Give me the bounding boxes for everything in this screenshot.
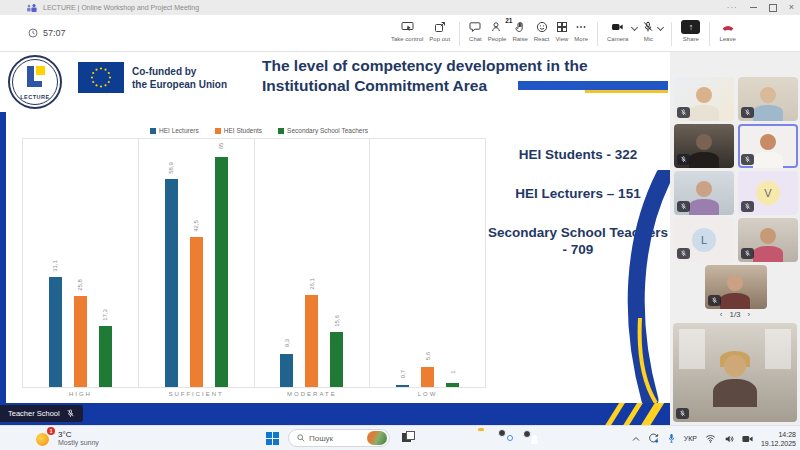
participant-video[interactable] — [674, 77, 734, 121]
bar-value-label: 5,6 — [425, 352, 431, 360]
share-button[interactable]: ↑ Share — [678, 19, 703, 42]
bar-hei-students: 5,6 — [421, 367, 434, 387]
maximize-button[interactable] — [769, 4, 777, 12]
search-highlight-image — [367, 431, 387, 445]
hidden-icons-chevron-icon[interactable] — [632, 436, 640, 442]
weather-condition: Mostly sunny — [58, 439, 99, 446]
avatar-initial: L — [692, 228, 716, 252]
presenter-mic-muted-icon — [66, 409, 75, 418]
clock-icon — [28, 28, 38, 38]
participant-video[interactable] — [674, 171, 734, 215]
start-button[interactable] — [266, 432, 279, 445]
bar-value-label: 42,5 — [193, 220, 199, 232]
shared-screen: LECTURE Co-funded by the European Union … — [0, 52, 670, 425]
bar-value-label: 17,3 — [102, 309, 108, 321]
taskbar-search[interactable]: Пошук — [288, 429, 390, 447]
bar-hei-students: 42,5 — [190, 237, 203, 387]
bar-chart: 31,125,817,3HIGH58,942,565SUFFICIENT9,32… — [22, 138, 486, 388]
window-more-icon[interactable]: ··· — [727, 3, 738, 12]
spotlight-video[interactable] — [673, 323, 797, 422]
search-icon — [297, 434, 305, 442]
react-button[interactable]: React — [531, 19, 553, 42]
clock-date: 19.12.2025 — [761, 439, 796, 448]
take-control-icon — [401, 21, 414, 33]
category-label: MODERATE — [255, 391, 370, 397]
page-indicator: 1/3 — [729, 310, 740, 319]
wifi-icon[interactable] — [705, 434, 716, 443]
participant-avatar[interactable]: V — [738, 171, 798, 215]
participant-video[interactable] — [738, 218, 798, 262]
participant-video[interactable] — [674, 124, 734, 168]
category-label: SUFFICIENT — [139, 391, 254, 397]
bar-value-label: 0,7 — [400, 370, 406, 378]
participant-avatar[interactable]: L — [674, 218, 734, 262]
category-label: HIGH — [23, 391, 138, 397]
task-view-button[interactable] — [402, 431, 416, 443]
pop-out-button[interactable]: Pop out — [426, 19, 453, 42]
legend-item: Secondary School Teachers — [278, 127, 368, 134]
legend-item: HEI Students — [215, 127, 262, 134]
volume-icon[interactable] — [724, 434, 734, 444]
mic-options-chevron-icon[interactable] — [657, 24, 664, 31]
meeting-timer: 57:07 — [28, 28, 66, 38]
leave-button[interactable]: Leave — [716, 19, 738, 42]
mic-muted-badge — [741, 248, 754, 259]
mic-muted-badge — [741, 154, 754, 165]
avatar-initial: V — [756, 181, 780, 205]
minimize-button[interactable] — [750, 7, 757, 8]
toolbar-divider — [597, 22, 598, 46]
camera-tray-icon[interactable] — [742, 435, 753, 443]
legend-swatch — [150, 128, 156, 134]
take-control-button[interactable]: Take control — [388, 19, 426, 42]
system-tray: УКР 14:28 19.12.2025 — [632, 426, 796, 450]
title-accent-blue — [518, 81, 668, 90]
stat-hei-students: HEI Students - 322 — [488, 146, 668, 163]
mic-tray-icon[interactable] — [667, 433, 676, 444]
mic-button[interactable]: Mic — [639, 19, 657, 42]
participant-video[interactable] — [705, 265, 767, 309]
taskbar-clock[interactable]: 14:28 19.12.2025 — [761, 430, 796, 448]
view-grid-icon — [556, 21, 568, 33]
prev-page-icon[interactable]: ‹ — [720, 310, 723, 319]
share-icon: ↑ — [681, 20, 700, 34]
view-button[interactable]: View — [552, 19, 571, 42]
mic-muted-badge — [741, 201, 754, 212]
more-icon — [575, 21, 587, 33]
sync-tray-icon[interactable] — [648, 433, 659, 444]
weather-widget[interactable]: 1 3°C Mostly sunny — [36, 429, 99, 446]
legend-swatch — [278, 128, 284, 134]
chart-panel: 31,125,817,3HIGH — [22, 138, 139, 388]
chat-button[interactable]: Chat — [466, 19, 485, 42]
mic-muted-badge — [677, 107, 690, 118]
legend-swatch — [215, 128, 221, 134]
camera-options-chevron-icon[interactable] — [631, 24, 638, 31]
decorative-swoosh — [612, 170, 670, 403]
bar-secondary-school-teachers: 1 — [446, 383, 459, 387]
camera-icon — [611, 21, 624, 33]
window-title: LECTURE | Online Workshop and Project Me… — [43, 4, 199, 11]
clock-time: 14:28 — [761, 430, 796, 439]
raise-hand-icon — [514, 21, 526, 33]
bar-hei-lecturers: 9,3 — [280, 354, 293, 387]
mic-muted-badge — [676, 408, 689, 419]
close-button[interactable]: × — [789, 3, 794, 12]
participant-video-active[interactable] — [738, 124, 798, 168]
slide-footer-band — [0, 403, 670, 425]
bar-value-label: 31,1 — [52, 260, 58, 272]
mic-muted-badge — [677, 248, 690, 259]
presenter-nameplate: Teacher School — [0, 405, 83, 422]
camera-button[interactable]: Camera — [604, 19, 631, 42]
more-button[interactable]: More — [571, 19, 591, 42]
chart-legend: HEI Lecturers HEI Students Secondary Sch… — [150, 127, 368, 134]
slide-left-stripe — [0, 112, 6, 403]
windows-taskbar: 1 3°C Mostly sunny Пошук — [0, 425, 800, 450]
people-button[interactable]: 21 People — [485, 19, 510, 42]
bar-hei-students: 26,1 — [305, 295, 318, 387]
raise-hand-button[interactable]: Raise — [509, 19, 530, 42]
language-indicator[interactable]: УКР — [684, 435, 697, 442]
bar-value-label: 65 — [218, 143, 224, 150]
next-page-icon[interactable]: › — [748, 310, 751, 319]
participant-video[interactable] — [738, 77, 798, 121]
category-label: LOW — [370, 391, 485, 397]
teams-meeting-window: LECTURE | Online Workshop and Project Me… — [0, 0, 800, 450]
